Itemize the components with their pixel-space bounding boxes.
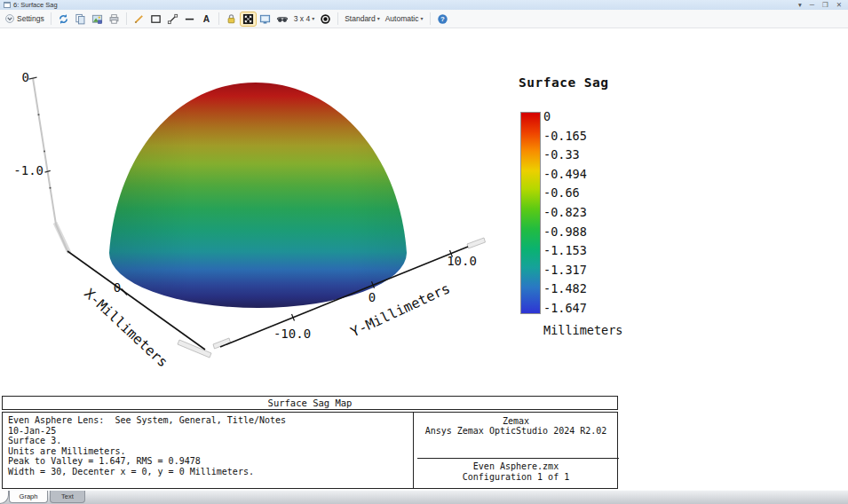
refresh-icon [58, 13, 69, 25]
legend-title: Surface Sag [519, 75, 609, 90]
colorbar-tick: -0.823 [543, 203, 587, 223]
toolbar-separator [51, 12, 52, 25]
colorbar-ticks: 0 -0.165 -0.33 -0.494 -0.66 -0.823 -0.98… [543, 107, 587, 319]
window-icon [4, 2, 11, 8]
save-image-icon [91, 13, 103, 25]
draw-rectangle-button[interactable] [148, 12, 163, 26]
lock-button[interactable] [224, 12, 239, 26]
grid-size-label: 3 x 4 [294, 14, 310, 23]
help-icon: ? [437, 13, 448, 25]
colorbar-tick: -1.153 [543, 241, 587, 261]
colorbar-tick: -0.988 [543, 223, 587, 242]
monitor-icon [259, 13, 271, 25]
footer-right-divider [417, 458, 619, 459]
bottom-tab-bar: Graph Text [0, 490, 848, 504]
title-bar: 6: Surface Sag ▾ ─ ❐ ✕ [0, 0, 848, 10]
minimize-icon[interactable]: ─ [810, 2, 814, 9]
copy-icon [75, 13, 86, 25]
chevron-down-icon: ▾ [377, 16, 380, 21]
text-tool-icon: A [201, 13, 212, 25]
settings-label: Settings [17, 14, 44, 23]
footer-line: Ansys Zemax OpticStudio 2024 R2.02 [414, 426, 618, 436]
draw-line-button[interactable] [131, 12, 147, 26]
optic-studio-surface-sag-window: 6: Surface Sag ▾ ─ ❐ ✕ Settings [0, 0, 848, 504]
standard-label: Standard [345, 14, 376, 23]
y-tick-0: 0 [369, 290, 376, 304]
chevron-down-icon: ▾ [312, 16, 314, 21]
settings-chevron-icon [4, 13, 15, 24]
help-button[interactable]: ? [435, 12, 450, 26]
y-tick-10: 10.0 [447, 254, 477, 268]
record-target-icon [320, 13, 331, 25]
y-tick-minus10: -10.0 [273, 327, 311, 341]
draw-dash-button[interactable] [182, 12, 197, 26]
colorbar-tick: -1.317 [543, 261, 587, 280]
footer-title-box: Surface Sag Map [2, 396, 618, 410]
footer-line: Even Asphere Lens: See System, General, … [8, 415, 286, 426]
colorbar-tick: -1.647 [543, 299, 587, 319]
save-image-button[interactable] [90, 12, 105, 26]
chevron-down-icon: ▾ [420, 16, 423, 21]
help-glyph: ? [440, 15, 445, 23]
close-icon[interactable]: ✕ [836, 2, 842, 9]
footer-line: Even Asphere.zmx [414, 461, 618, 472]
z-tick-minus1: -1.0 [13, 163, 44, 177]
colorbar-tick: -0.66 [543, 184, 587, 203]
window-title: 6: Surface Sag [13, 1, 58, 9]
toolbar: Settings [0, 10, 848, 28]
pencil-line-icon [133, 13, 145, 25]
footer-line: Surface 3. [8, 436, 286, 446]
standard-dropdown[interactable]: Standard ▾ [343, 13, 382, 24]
toolbar-separator [218, 12, 219, 25]
surface-sag-3d-plot: 0 -1.0 0 X-Millimeters -10.0 0 10.0 Y-Mi… [0, 49, 515, 395]
grid-size-dropdown[interactable]: 3 x 4 ▾ [292, 13, 316, 24]
restore-icon[interactable]: ❐ [822, 2, 828, 9]
x-axis-label: X-Millimeters [81, 286, 170, 371]
window-controls: ▾ ─ ❐ ✕ [798, 2, 844, 9]
footer-line: Units are Millimeters. [8, 446, 286, 457]
automatic-label: Automatic [385, 14, 419, 23]
refresh-button[interactable] [56, 12, 71, 26]
toolbar-separator [430, 12, 431, 25]
colorbar [520, 112, 541, 314]
horizontal-line-icon [184, 13, 195, 25]
settings-button[interactable]: Settings [3, 12, 46, 25]
x-tick-0: 0 [114, 280, 121, 295]
copy-to-clipboard-button[interactable] [258, 12, 273, 26]
colorbar-tick: -0.165 [543, 127, 587, 146]
colorbar-tick: 0 [543, 107, 587, 127]
footer-file-info: Even Asphere.zmx Configuration 1 of 1 [414, 461, 618, 482]
automatic-dropdown[interactable]: Automatic ▾ [384, 13, 425, 24]
footer-line: Configuration 1 of 1 [414, 472, 618, 483]
colorbar-units: Millimeters [543, 323, 622, 337]
rectangle-icon [150, 13, 162, 25]
copy-button[interactable] [73, 12, 88, 26]
print-icon [108, 13, 120, 25]
tab-text[interactable]: Text [50, 491, 85, 503]
footer-line: 10-Jan-25 [8, 426, 286, 437]
y-axis-end-beam [467, 238, 486, 248]
footer-left-info: Even Asphere Lens: See System, General, … [8, 415, 286, 477]
window-menu-icon[interactable]: ▾ [798, 2, 802, 9]
footer-line: Zemax [414, 416, 618, 426]
z-tick-0: 0 [22, 70, 29, 84]
tabbar-left-curve [0, 491, 9, 504]
lock-icon [226, 13, 237, 25]
tab-graph[interactable]: Graph [9, 491, 48, 503]
3d-glasses-icon [276, 13, 289, 25]
expand-arrows-icon [242, 13, 254, 25]
colorbar-tick: -0.494 [543, 165, 587, 185]
add-text-button[interactable]: A [199, 12, 214, 26]
stereo-view-button[interactable] [274, 12, 290, 26]
toolbar-separator [337, 12, 338, 25]
line-segment-icon [167, 13, 178, 25]
draw-segment-button[interactable] [165, 12, 180, 26]
footer-line: Peak to Valley = 1.647, RMS = 0.9478 [8, 456, 286, 467]
text-tool-glyph: A [203, 14, 210, 24]
print-button[interactable] [107, 12, 122, 26]
record-button[interactable] [318, 12, 333, 26]
fit-window-button[interactable] [241, 12, 256, 26]
colorbar-tick: -1.482 [543, 280, 587, 299]
sag-surface-dome [109, 83, 407, 308]
footer-line: Width = 30, Decenter x = 0, y = 0 Millim… [8, 467, 286, 477]
